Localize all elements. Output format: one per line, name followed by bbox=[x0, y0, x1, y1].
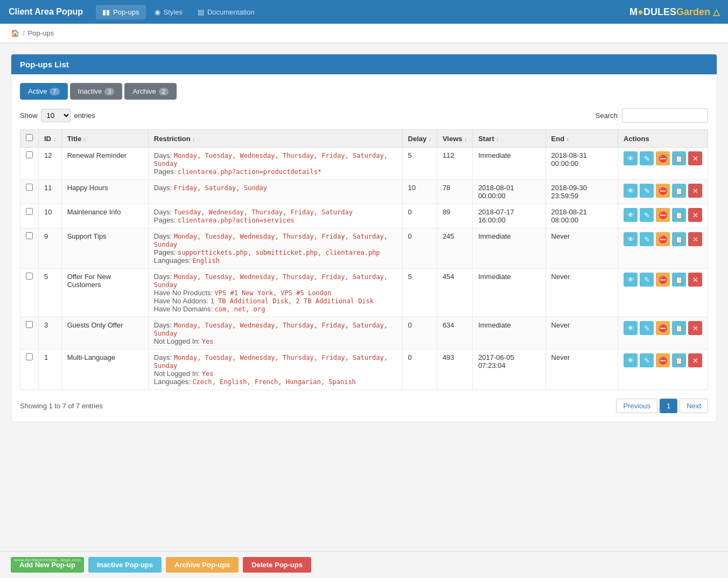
copy-button[interactable]: 📋 bbox=[672, 151, 686, 165]
view-button[interactable]: 👁 bbox=[624, 321, 638, 335]
edit-button[interactable]: ✎ bbox=[640, 184, 654, 198]
copy-button[interactable]: 📋 bbox=[672, 321, 686, 335]
tab-bar: Active 7 Inactive 3 Archive 2 bbox=[20, 83, 708, 100]
delete-button[interactable]: ✕ bbox=[688, 151, 702, 165]
row-id: 10 bbox=[39, 204, 62, 228]
search-box: Search bbox=[596, 108, 708, 123]
nav-popups[interactable]: ▮▮ Pop-ups bbox=[96, 5, 145, 19]
disable-button[interactable]: ⛔ bbox=[656, 321, 670, 335]
copy-button[interactable]: 📋 bbox=[672, 353, 686, 367]
row-delay: 0 bbox=[402, 350, 437, 390]
previous-button[interactable]: Previous bbox=[616, 399, 657, 413]
row-id: 11 bbox=[39, 180, 62, 204]
select-all-checkbox[interactable] bbox=[26, 134, 33, 141]
row-actions: 👁 ✎ ⛔ 📋 ✕ bbox=[618, 228, 708, 269]
delete-button[interactable]: ✕ bbox=[688, 273, 702, 287]
delete-button[interactable]: ✕ bbox=[688, 208, 702, 222]
row-views: 245 bbox=[437, 228, 472, 269]
row-checkbox[interactable] bbox=[26, 321, 33, 328]
row-checkbox[interactable] bbox=[26, 184, 33, 191]
view-button[interactable]: 👁 bbox=[624, 151, 638, 165]
table-row: 1Multi-LanguageDays: Monday, Tuesday, We… bbox=[20, 350, 708, 390]
tab-active[interactable]: Active 7 bbox=[20, 83, 68, 100]
search-input[interactable] bbox=[622, 108, 708, 123]
col-restriction[interactable]: Restriction ↕ bbox=[148, 130, 402, 148]
col-views[interactable]: Views ↕ bbox=[437, 130, 472, 148]
sort-delay-icon: ↕ bbox=[429, 136, 431, 142]
breadcrumb-home[interactable]: 🏠 bbox=[11, 29, 19, 37]
row-start: Immediate bbox=[473, 317, 545, 350]
col-id[interactable]: ID ↕ bbox=[39, 130, 62, 148]
view-button[interactable]: 👁 bbox=[624, 353, 638, 367]
next-button[interactable]: Next bbox=[680, 399, 708, 413]
col-actions: Actions bbox=[618, 130, 708, 148]
copy-button[interactable]: 📋 bbox=[672, 184, 686, 198]
row-checkbox[interactable] bbox=[26, 232, 33, 239]
disable-button[interactable]: ⛔ bbox=[656, 184, 670, 198]
row-checkbox[interactable] bbox=[26, 151, 33, 158]
edit-button[interactable]: ✎ bbox=[640, 321, 654, 335]
edit-button[interactable]: ✎ bbox=[640, 273, 654, 287]
table-row: 5Offer For New CustomersDays: Monday, Tu… bbox=[20, 269, 708, 317]
styles-icon: ◉ bbox=[155, 8, 160, 16]
delete-button[interactable]: ✕ bbox=[688, 232, 702, 246]
nav-styles[interactable]: ◉ Styles bbox=[148, 5, 189, 19]
row-restriction: Days: Monday, Tuesday, Wednesday, Thursd… bbox=[148, 269, 402, 317]
table-row: 10Maintenance InfoDays: Tuesday, Wednesd… bbox=[20, 204, 708, 228]
copy-button[interactable]: 📋 bbox=[672, 232, 686, 246]
tab-inactive[interactable]: Inactive 3 bbox=[70, 83, 123, 100]
row-restriction: Days: Monday, Tuesday, Wednesday, Thursd… bbox=[148, 350, 402, 390]
edit-button[interactable]: ✎ bbox=[640, 208, 654, 222]
nav-links: ▮▮ Pop-ups ◉ Styles ▤ Documentation bbox=[96, 5, 629, 19]
disable-button[interactable]: ⛔ bbox=[656, 208, 670, 222]
row-actions: 👁 ✎ ⛔ 📋 ✕ bbox=[618, 350, 708, 390]
page-1-button[interactable]: 1 bbox=[660, 399, 677, 413]
nav-documentation[interactable]: ▤ Documentation bbox=[191, 5, 261, 19]
row-checkbox[interactable] bbox=[26, 208, 33, 215]
disable-button[interactable]: ⛔ bbox=[656, 232, 670, 246]
col-end[interactable]: End ↕ bbox=[545, 130, 618, 148]
col-delay[interactable]: Delay ↕ bbox=[402, 130, 437, 148]
disable-button[interactable]: ⛔ bbox=[656, 273, 670, 287]
row-title: Renewal Reminder bbox=[61, 148, 148, 180]
tab-archive[interactable]: Archive 2 bbox=[124, 83, 176, 100]
disable-button[interactable]: ⛔ bbox=[656, 151, 670, 165]
view-button[interactable]: 👁 bbox=[624, 273, 638, 287]
view-button[interactable]: 👁 bbox=[624, 232, 638, 246]
main-content: Pop-ups List Active 7 Inactive 3 Archive… bbox=[0, 43, 728, 433]
row-restriction: Days: Monday, Tuesday, Wednesday, Thursd… bbox=[148, 148, 402, 180]
disable-button[interactable]: ⛔ bbox=[656, 353, 670, 367]
edit-button[interactable]: ✎ bbox=[640, 353, 654, 367]
row-title: Offer For New Customers bbox=[61, 269, 148, 317]
row-start: 2017-06-05 07:23:04 bbox=[473, 350, 545, 390]
row-start: Immediate bbox=[473, 228, 545, 269]
row-delay: 5 bbox=[402, 148, 437, 180]
view-button[interactable]: 👁 bbox=[624, 184, 638, 198]
row-checkbox[interactable] bbox=[26, 273, 33, 280]
top-navigation: Client Area Popup ▮▮ Pop-ups ◉ Styles ▤ … bbox=[0, 0, 728, 24]
entries-select[interactable]: 10 25 50 100 bbox=[41, 109, 71, 122]
delete-button[interactable]: ✕ bbox=[688, 184, 702, 198]
view-button[interactable]: 👁 bbox=[624, 208, 638, 222]
copy-button[interactable]: 📋 bbox=[672, 208, 686, 222]
edit-button[interactable]: ✎ bbox=[640, 232, 654, 246]
popup-icon: ▮▮ bbox=[102, 8, 110, 16]
copy-button[interactable]: 📋 bbox=[672, 273, 686, 287]
delete-button[interactable]: ✕ bbox=[688, 353, 702, 367]
col-title[interactable]: Title ↕ bbox=[61, 130, 148, 148]
row-end: 2018-08-31 00:00:00 bbox=[545, 148, 618, 180]
row-id: 12 bbox=[39, 148, 62, 180]
col-start[interactable]: Start ↕ bbox=[473, 130, 545, 148]
row-id: 3 bbox=[39, 317, 62, 350]
row-title: Happy Hours bbox=[61, 180, 148, 204]
row-id: 1 bbox=[39, 350, 62, 390]
row-delay: 0 bbox=[402, 204, 437, 228]
row-delay: 10 bbox=[402, 180, 437, 204]
row-checkbox[interactable] bbox=[26, 353, 33, 360]
row-restriction: Days: Monday, Tuesday, Wednesday, Thursd… bbox=[148, 317, 402, 350]
delete-button[interactable]: ✕ bbox=[688, 321, 702, 335]
edit-button[interactable]: ✎ bbox=[640, 151, 654, 165]
col-checkbox bbox=[20, 130, 39, 148]
row-end: Never bbox=[545, 269, 618, 317]
panel-header: Pop-ups List bbox=[11, 54, 717, 74]
